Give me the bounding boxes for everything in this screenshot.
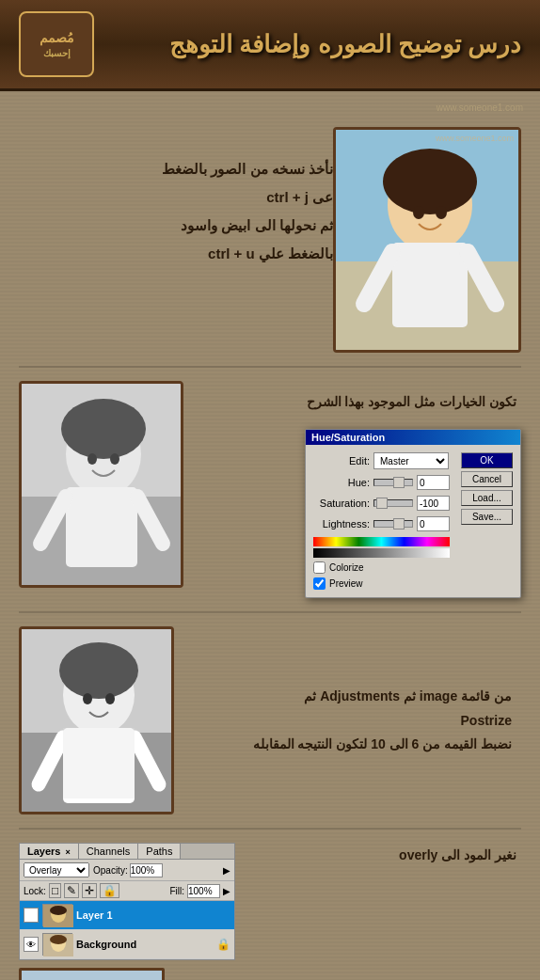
layer-thumb-1: [42, 904, 72, 926]
saturation-row: Saturation:: [313, 496, 450, 511]
color-photo-section4: [19, 968, 165, 980]
hue-input[interactable]: [417, 475, 450, 490]
hue-slider[interactable]: [373, 479, 413, 486]
svg-rect-4: [392, 243, 468, 327]
layer-item-1[interactable]: 👁 Layer 1: [20, 901, 234, 930]
edit-label: Edit:: [313, 455, 370, 466]
edit-select[interactable]: Master: [373, 452, 449, 469]
section4: Layers × Channels Paths Overlay: [9, 833, 531, 980]
main-content: www.someone1.com نأخذ نسخه من الصور بالض…: [0, 91, 540, 980]
section2-text: تكون الخيارات مثل الموجود بهذا الشرح: [302, 381, 521, 423]
divider2: [19, 611, 521, 613]
layer-name-1: Layer 1: [76, 909, 113, 921]
divider3: [19, 828, 521, 830]
ok-button[interactable]: OK: [461, 452, 513, 468]
svg-point-21: [59, 642, 138, 699]
opacity-row: Opacity:: [93, 863, 163, 877]
divider1: [19, 366, 521, 368]
header-logo: مُصمم إحسبك: [19, 11, 94, 77]
saturation-slider[interactable]: [373, 499, 413, 507]
layer-thumb-bg: [42, 933, 72, 956]
section1-photo: www.someone1.com: [333, 127, 521, 353]
colorize-label: Colorize: [329, 562, 364, 573]
svg-rect-13: [66, 487, 137, 567]
svg-point-17: [110, 453, 119, 465]
lock-icon-all[interactable]: 🔒: [100, 883, 119, 898]
header-logo-text: مُصمم إحسبك: [40, 29, 74, 58]
svg-rect-34: [22, 971, 165, 980]
layer-item-bg[interactable]: 👁 Background 🔒: [20, 930, 234, 959]
svg-point-27: [105, 693, 115, 704]
svg-point-7: [413, 206, 424, 219]
lightness-row: Lightness:: [313, 516, 450, 531]
lightness-slider[interactable]: [373, 520, 413, 528]
colorize-checkbox[interactable]: [313, 561, 326, 574]
saturation-input[interactable]: [417, 496, 450, 511]
lock-label: Lock:: [24, 886, 46, 896]
svg-point-8: [436, 206, 447, 219]
dialog-buttons: OK Cancel Load... Save...: [461, 452, 513, 590]
bg-lock-icon: 🔒: [216, 938, 230, 951]
lock-icon-move[interactable]: ✛: [82, 883, 97, 898]
saturation-label: Saturation:: [313, 498, 370, 509]
color-child-photo: www.someone1.com: [336, 130, 518, 350]
svg-point-30: [50, 906, 67, 915]
header: مُصمم إحسبك درس توضيح الصوره وإضافة التو…: [0, 0, 540, 91]
svg-point-3: [383, 149, 477, 214]
svg-point-12: [61, 399, 146, 459]
layers-tab-close[interactable]: ×: [66, 847, 71, 857]
load-button[interactable]: Load...: [461, 490, 513, 506]
section2: تكون الخيارات مثل الموجود بهذا الشرح Hue…: [9, 371, 531, 608]
tab-channels[interactable]: Channels: [79, 844, 138, 859]
header-title: درس توضيح الصوره وإضافة التوهج: [169, 30, 521, 59]
layers-panel: Layers × Channels Paths Overlay: [19, 843, 235, 960]
section4-text: نغير المود الى overly: [235, 843, 521, 867]
lightness-input[interactable]: [417, 516, 450, 531]
layers-tabs: Layers × Channels Paths: [20, 844, 234, 860]
preview-label: Preview: [329, 578, 363, 589]
layer-eye-bg[interactable]: 👁: [24, 937, 39, 952]
section3-text: من قائمة image ثم Adjustments ثم Postriz…: [174, 685, 521, 756]
fill-label: Fill:: [169, 886, 184, 896]
fill-input[interactable]: [187, 884, 220, 898]
cancel-button[interactable]: Cancel: [461, 471, 513, 487]
bw-photo-large: [19, 381, 183, 588]
top-watermark: www.someone1.com: [9, 101, 531, 113]
section3: من قائمة image ثم Adjustments ثم Postriz…: [9, 617, 531, 824]
lock-icon-transparent[interactable]: □: [49, 883, 61, 898]
svg-point-26: [83, 693, 92, 704]
lock-icon-brush[interactable]: ✎: [64, 883, 79, 898]
section2-left: [19, 381, 183, 593]
rainbow-bar: [313, 537, 450, 546]
lightness-label: Lightness:: [313, 518, 370, 530]
edit-row: Edit: Master: [313, 452, 450, 469]
hue-saturation-dialog: Hue/Saturation Edit: Master Hue:: [305, 429, 521, 598]
lock-row: Lock: □ ✎ ✛ 🔒 Fill: ▶: [20, 881, 234, 901]
section1-text: نأخذ نسخه من الصور بالضغط عى ctrl + j ثم…: [19, 127, 333, 268]
gray-bar: [313, 548, 450, 558]
opacity-label: Opacity:: [93, 865, 128, 876]
fill-expand[interactable]: ▶: [223, 886, 230, 896]
blend-mode-select[interactable]: Overlay: [24, 862, 89, 877]
layer-name-bg: Background: [76, 939, 136, 950]
tab-paths[interactable]: Paths: [138, 844, 181, 859]
tab-layers[interactable]: Layers ×: [20, 844, 79, 859]
layer-eye-1[interactable]: 👁: [24, 908, 39, 923]
bw-photo-medium: [19, 626, 174, 814]
section1: نأخذ نسخه من الصور بالضغط عى ctrl + j ثم…: [9, 113, 531, 362]
preview-checkbox[interactable]: [313, 577, 326, 590]
opacity-input[interactable]: [130, 863, 163, 877]
colorize-row: Colorize: [313, 561, 450, 574]
hue-row: Hue:: [313, 475, 450, 490]
expand-btn[interactable]: ▶: [223, 865, 230, 876]
preview-row: Preview: [313, 577, 450, 590]
hue-label: Hue:: [313, 477, 370, 488]
save-button[interactable]: Save...: [461, 509, 513, 525]
photo-watermark: www.someone1.com: [436, 134, 514, 143]
svg-point-16: [87, 453, 97, 465]
svg-point-33: [50, 935, 67, 944]
dialog-title-bar: Hue/Saturation: [306, 430, 520, 445]
layers-toolbar: Overlay Opacity: ▶: [20, 860, 234, 881]
